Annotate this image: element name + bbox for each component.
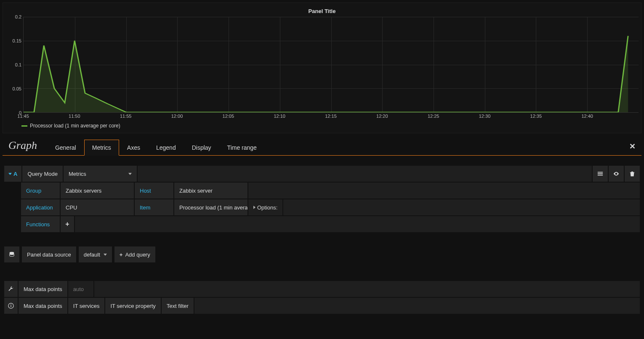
group-input[interactable]: Zabbix servers xyxy=(61,183,134,199)
tab-general[interactable]: General xyxy=(47,140,84,156)
tab-legend[interactable]: Legend xyxy=(148,140,184,156)
chevron-down-icon xyxy=(104,254,107,256)
chevron-down-icon xyxy=(8,173,12,175)
query-delete-button[interactable] xyxy=(625,166,640,182)
x-tick: 11:55 xyxy=(120,114,132,119)
item-input[interactable]: Processor load (1 min average per core) xyxy=(174,199,247,215)
legend-label: Processor load (1 min average per core) xyxy=(30,123,120,129)
x-tick: 12:05 xyxy=(223,114,234,119)
add-query-label: Add query xyxy=(125,252,150,258)
text-filter-label[interactable]: Text filter xyxy=(162,298,194,314)
close-editor-button[interactable]: ✕ xyxy=(629,142,641,155)
svg-rect-2 xyxy=(598,175,603,176)
svg-rect-0 xyxy=(598,172,603,173)
plus-icon: + xyxy=(120,252,123,258)
editor-header: Graph General Metrics Axes Legend Displa… xyxy=(3,139,641,156)
host-input[interactable]: Zabbix server xyxy=(174,183,247,199)
spacer xyxy=(138,166,592,182)
x-tick: 12:40 xyxy=(581,114,593,119)
x-tick: 12:15 xyxy=(325,114,337,119)
panel-editor: Graph General Metrics Axes Legend Displa… xyxy=(3,139,641,314)
chevron-down-icon xyxy=(128,173,132,175)
datasource-icon-cell xyxy=(4,246,19,262)
it-services-label[interactable]: IT services xyxy=(68,298,105,314)
tab-display[interactable]: Display xyxy=(184,140,219,156)
application-label[interactable]: Application xyxy=(21,199,60,215)
x-tick: 12:00 xyxy=(171,114,183,119)
datasource-select[interactable]: default xyxy=(79,246,112,262)
datasource-label: Panel data source xyxy=(22,246,76,262)
editor-tabs: General Metrics Axes Legend Display Time… xyxy=(47,139,265,155)
wrench-icon xyxy=(8,286,14,292)
tab-axes[interactable]: Axes xyxy=(119,140,148,156)
spacer xyxy=(75,216,640,232)
query-visibility-button[interactable] xyxy=(609,166,624,182)
query-mode-select[interactable]: Metrics xyxy=(64,166,137,182)
add-query-button[interactable]: + Add query xyxy=(114,246,155,262)
x-tick: 11:50 xyxy=(69,114,80,119)
max-data-points-input[interactable] xyxy=(68,281,93,297)
options-label: Options: xyxy=(257,204,277,211)
datasource-row: Panel data source default + Add query xyxy=(3,246,641,262)
menu-icon xyxy=(597,171,603,177)
eye-icon xyxy=(613,171,619,177)
query-letter: A xyxy=(13,171,17,177)
x-axis: 11:45 11:50 11:55 12:00 12:05 12:10 12:1… xyxy=(5,113,639,121)
query-options: Max data points Max data points IT servi… xyxy=(4,281,640,314)
tab-metrics[interactable]: Metrics xyxy=(84,140,119,156)
max-data-points-info: Max data points xyxy=(19,298,67,314)
add-function-button[interactable]: + xyxy=(61,216,74,232)
line-series-1 xyxy=(24,17,639,112)
x-tick: 12:30 xyxy=(479,114,491,119)
query-menu-button[interactable] xyxy=(593,166,608,182)
x-tick: 12:25 xyxy=(428,114,439,119)
spacer xyxy=(94,281,640,297)
functions-label[interactable]: Functions xyxy=(21,216,60,232)
chart-legend[interactable]: Processor load (1 min average per core) xyxy=(5,121,639,129)
spacer xyxy=(283,199,640,215)
legend-swatch xyxy=(21,125,27,127)
chart-area[interactable]: 0.2 0.15 0.1 0.05 0 xyxy=(5,17,639,113)
y-tick: 0.15 xyxy=(13,38,21,43)
spacer xyxy=(248,183,640,199)
editor-title: Graph xyxy=(3,139,47,155)
item-label[interactable]: Item xyxy=(135,199,173,215)
svg-rect-1 xyxy=(598,173,603,174)
host-label[interactable]: Host xyxy=(135,183,173,199)
x-tick: 12:20 xyxy=(376,114,388,119)
item-options-toggle[interactable]: Options: xyxy=(248,199,282,215)
plot-area[interactable] xyxy=(23,17,639,113)
query-collapse-toggle[interactable]: A xyxy=(4,166,21,182)
graph-panel: Panel Title 0.2 0.15 0.1 0.05 0 xyxy=(3,3,641,133)
x-tick: 11:45 xyxy=(17,114,29,119)
application-input[interactable]: CPU xyxy=(61,199,134,215)
max-data-points-label: Max data points xyxy=(19,281,67,297)
x-tick: 12:10 xyxy=(274,114,285,119)
it-service-property-label[interactable]: IT service property xyxy=(105,298,160,314)
chevron-right-icon xyxy=(253,206,255,209)
group-label[interactable]: Group xyxy=(21,183,60,199)
x-tick: 12:35 xyxy=(530,114,542,119)
svg-rect-6 xyxy=(11,305,11,305)
datasource-value: default xyxy=(84,252,100,258)
info-icon xyxy=(8,303,14,309)
spacer xyxy=(194,298,640,314)
query-mode-label: Query Mode xyxy=(22,166,63,182)
options-wrench-cell[interactable] xyxy=(4,281,18,297)
query-editor: A Query Mode Metrics Group Zabbix server… xyxy=(3,166,641,232)
query-mode-value: Metrics xyxy=(69,171,86,177)
y-tick: 0.1 xyxy=(15,62,21,67)
trash-icon xyxy=(629,171,635,177)
database-icon xyxy=(9,252,15,257)
svg-rect-5 xyxy=(11,305,11,307)
panel-title: Panel Title xyxy=(5,5,639,17)
tab-time-range[interactable]: Time range xyxy=(219,140,265,156)
y-tick: 0.05 xyxy=(13,86,21,91)
y-axis: 0.2 0.15 0.1 0.05 0 xyxy=(5,17,23,113)
options-info-cell[interactable] xyxy=(4,298,18,314)
y-tick: 0.2 xyxy=(15,14,21,19)
